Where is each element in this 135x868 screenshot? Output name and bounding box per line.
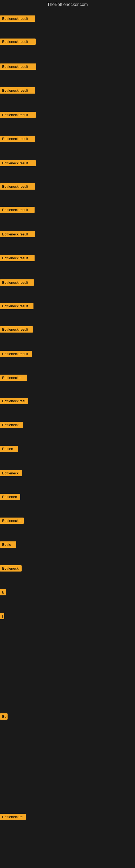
bottleneck-result-item: Bottleneck r — [0, 375, 27, 381]
bottleneck-result-item: Bottleneck result — [0, 231, 35, 237]
bottleneck-result-item: Bottleneck result — [0, 38, 36, 45]
bottleneck-result-item: Bottleneck — [0, 470, 22, 476]
bottleneck-result-item: Bottleneck result — [0, 112, 36, 118]
bottleneck-result-item: | — [0, 613, 4, 619]
bottleneck-result-item: Bottlen — [0, 446, 18, 452]
bottleneck-result-item: Bottleneck result — [0, 351, 32, 357]
bottleneck-result-item: B — [0, 589, 6, 595]
bottleneck-result-item: Bottleneck result — [0, 87, 35, 94]
bottleneck-result-item: Bottleneck result — [0, 160, 36, 166]
bottleneck-result-item: Bottle — [0, 541, 16, 548]
bottleneck-result-item: Bottleneck result — [0, 16, 35, 22]
site-title: TheBottlenecker.com — [0, 0, 135, 9]
bottleneck-result-item: Bottleneck result — [0, 135, 35, 142]
bottleneck-result-item: Bottleneck result — [0, 255, 35, 261]
bottleneck-result-item: Bottleneck result — [0, 279, 34, 286]
bottleneck-result-item: Bottleneck result — [0, 207, 35, 213]
bottleneck-result-item: Bottleneck re — [0, 814, 26, 820]
site-title-text: TheBottlenecker.com — [47, 2, 88, 7]
bottleneck-result-item: Bottleneck resu — [0, 398, 28, 404]
bottleneck-result-item: Bottleneck result — [0, 183, 35, 190]
bottleneck-result-item: Bo — [0, 713, 8, 720]
bottleneck-result-item: Bottleneck result — [0, 326, 33, 333]
bottleneck-result-item: Bottlenec — [0, 494, 20, 500]
bottleneck-result-item: Bottleneck r — [0, 518, 24, 524]
bottleneck-result-item: Bottleneck — [0, 422, 23, 428]
bottleneck-result-item: Bottleneck result — [0, 63, 36, 70]
bottleneck-result-item: Bottleneck — [0, 565, 21, 571]
bottleneck-result-item: Bottleneck result — [0, 303, 34, 309]
